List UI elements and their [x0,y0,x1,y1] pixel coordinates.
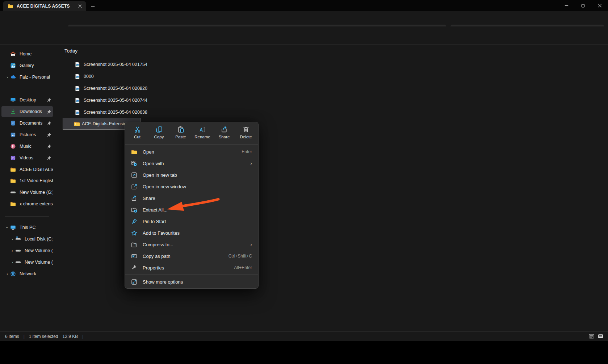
sidebar-item-desktop[interactable]: Desktop [1,95,53,105]
this-pc-icon [10,225,16,230]
compress-icon [131,242,137,248]
chevron-right-icon[interactable]: › [9,248,15,253]
sidebar-item-new-volume-g[interactable]: New Volume (G:) [1,187,53,198]
details-view-button[interactable] [597,333,604,339]
maximize-button[interactable] [575,0,591,11]
command-bar: New › Sort › View › Extract all Details [0,26,608,45]
sidebar-item-music[interactable]: Music [1,141,53,152]
open-with-icon [131,160,137,167]
sidebar-item-x-chrome-extension[interactable]: x chrome extension [1,198,53,209]
menu-item-copy-as-path[interactable]: Copy as path Ctrl+Shift+C [127,250,257,262]
sidebar-item-documents[interactable]: Documents [1,118,53,129]
tab-close-icon[interactable] [77,3,83,9]
sidebar-item-label: Pictures [20,132,47,137]
file-row[interactable]: Screenshot 2025-05-04 021754 [74,59,147,70]
menu-item-open-in-new-tab[interactable]: Open in new tab [127,169,257,181]
pictures-icon [10,132,16,138]
sidebar-item-downloads[interactable]: Downloads [1,106,53,117]
title-bar: ACEE DIGITALS ASSETS [0,0,608,11]
chevron-down-icon[interactable]: › [5,225,9,230]
group-header-today[interactable]: Today [64,48,77,54]
chevron-right-icon[interactable]: › [4,75,10,79]
pin-to-start-icon [131,218,137,225]
minimize-button[interactable] [558,0,575,11]
sidebar-item-gallery[interactable]: Gallery [1,60,53,71]
explorer-tab[interactable]: ACEE DIGITALS ASSETS [3,1,86,11]
sidebar-item-pictures[interactable]: Pictures [1,129,53,140]
status-divider: | [82,334,83,339]
rename-button[interactable]: Rename [192,125,213,145]
new-window-icon [131,184,137,190]
downloads-icon [10,109,16,114]
sidebar-item-new-volume-g2[interactable]: › New Volume (G:) [1,257,53,268]
menu-item-add-to-favourites[interactable]: Add to Favourites [127,227,257,239]
sidebar-item-label: x chrome extension [20,201,53,206]
image-file-icon [74,97,80,104]
quick-action-label: Paste [175,135,186,139]
desktop-icon [10,97,16,103]
file-row[interactable]: Screenshot 2025-05-04 020820 [74,83,147,93]
copy-button[interactable]: Copy [149,125,169,145]
chevron-right-icon[interactable]: › [9,260,15,264]
music-icon [10,143,16,149]
sidebar-item-network[interactable]: › Network [1,268,53,279]
sidebar-item-onedrive[interactable]: › Faiz - Personal [1,72,53,83]
sidebar-item-label: Home [20,51,53,57]
folder-icon [10,167,16,172]
image-file-icon [74,62,80,68]
sidebar-item-new-volume-d[interactable]: › New Volume (D:) [1,245,53,256]
file-name: Screenshot 2025-05-04 020744 [84,98,147,103]
menu-item-pin-to-start[interactable]: Pin to Start [127,216,257,227]
new-tab-button[interactable] [89,3,96,9]
file-row[interactable]: Screenshot 2025-05-04 020638 [74,107,147,117]
share-button[interactable]: Share [214,125,234,145]
menu-item-properties[interactable]: Properties Alt+Enter [127,262,257,273]
file-row[interactable]: Screenshot 2025-05-04 020744 [74,95,147,105]
videos-icon [10,155,16,161]
menu-item-label: Copy as path [143,254,228,259]
drive-icon [15,248,21,254]
menu-item-open-with[interactable]: Open with › [127,158,257,169]
sidebar-item-label: This PC [20,225,53,230]
selection-count: 1 item selected [29,334,58,339]
delete-button[interactable]: Delete [236,125,256,145]
chevron-right-icon[interactable]: › [4,272,10,276]
sidebar-item-label: Local Disk (C:) [25,237,53,242]
sidebar-item-1st-video-english[interactable]: 1st Video English A [1,175,53,186]
menu-item-label: Properties [143,265,234,271]
sidebar-divider [5,216,49,217]
menu-item-label: Share [143,196,252,201]
menu-item-shortcut: Ctrl+Shift+C [228,254,252,259]
quick-action-label: Share [219,135,230,139]
file-row[interactable]: 0000 [74,71,94,81]
sidebar-divider [5,89,49,89]
menu-item-show-more-options[interactable]: Show more options [127,276,257,288]
menu-item-label: Extract All... [143,207,252,213]
share-icon [221,126,228,133]
sidebar-item-videos[interactable]: Videos [1,152,53,163]
sidebar-item-local-disk-c[interactable]: › Local Disk (C:) [1,234,53,244]
sidebar-item-this-pc[interactable]: › This PC [1,222,53,233]
quick-action-label: Copy [154,135,164,139]
sidebar-item-label: Downloads [20,109,47,114]
menu-item-open[interactable]: Open Enter [127,146,257,158]
gallery-icon [10,63,16,68]
paste-button[interactable]: Paste [171,125,191,145]
pin-icon [47,109,51,114]
menu-item-compress-to[interactable]: Compress to... › [127,239,257,250]
os-drive-icon [15,236,21,242]
close-button[interactable] [591,0,608,11]
menu-item-share[interactable]: Share [127,192,257,204]
file-name: Screenshot 2025-05-04 020820 [84,86,147,91]
submenu-chevron-icon: › [250,160,252,166]
large-icons-view-button[interactable] [588,333,595,339]
documents-icon [10,120,16,126]
sidebar-item-acee-digitals-assets[interactable]: ACEE DIGITALS ASSETS [1,164,53,175]
menu-item-extract-all[interactable]: Extract All... [127,204,257,216]
sidebar-item-home[interactable]: Home [1,49,53,59]
cut-button[interactable]: Cut [127,125,147,145]
menu-item-open-in-new-window[interactable]: Open in new window [127,181,257,192]
image-file-icon [74,74,80,80]
file-name: 0000 [84,74,94,79]
chevron-right-icon[interactable]: › [9,237,15,241]
